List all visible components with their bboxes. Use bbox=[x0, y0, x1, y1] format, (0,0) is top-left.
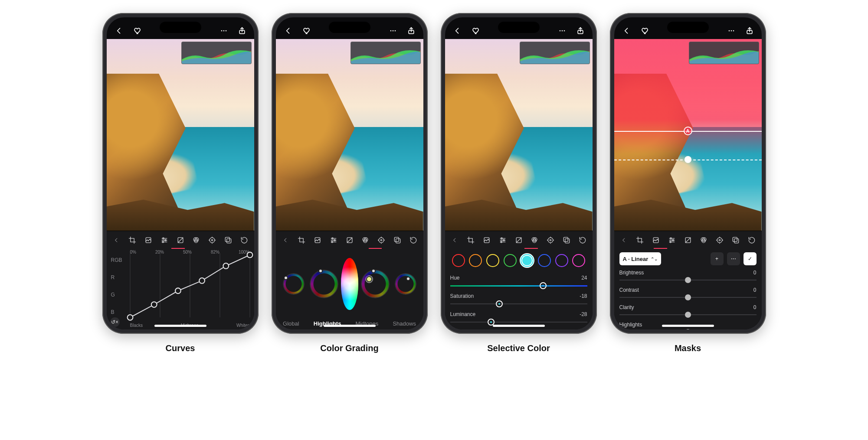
heart-icon[interactable] bbox=[471, 26, 480, 35]
channel-g[interactable]: G bbox=[111, 292, 127, 298]
curves-channel-list[interactable]: RGB R G B bbox=[111, 251, 127, 321]
sliders-icon[interactable] bbox=[496, 231, 509, 249]
home-indicator[interactable] bbox=[493, 325, 545, 327]
layers-icon[interactable] bbox=[730, 231, 742, 249]
channel-r[interactable]: R bbox=[111, 274, 127, 280]
slider-clarity[interactable] bbox=[619, 311, 757, 318]
histogram[interactable] bbox=[689, 42, 759, 64]
side-wheel-left-outer[interactable] bbox=[280, 273, 307, 295]
mask-confirm-button[interactable]: ✓ bbox=[744, 252, 757, 265]
toolstrip-collapse-icon[interactable] bbox=[279, 231, 292, 249]
photo-canvas[interactable] bbox=[107, 39, 254, 231]
side-wheel-right-outer[interactable] bbox=[392, 273, 419, 295]
color-icon[interactable] bbox=[359, 231, 372, 249]
exposure-icon[interactable] bbox=[681, 231, 694, 249]
color-swatch[interactable] bbox=[486, 254, 499, 267]
heart-icon[interactable] bbox=[302, 26, 311, 35]
gradient-badge[interactable]: A bbox=[684, 127, 692, 135]
color-swatch[interactable] bbox=[504, 254, 517, 267]
home-indicator[interactable] bbox=[324, 325, 376, 327]
preset-icon[interactable] bbox=[649, 231, 662, 249]
gradient-handle[interactable] bbox=[685, 156, 691, 163]
grading-icon[interactable] bbox=[544, 231, 557, 249]
slider-brightness[interactable] bbox=[619, 277, 757, 284]
color-wheel-main[interactable] bbox=[341, 258, 358, 310]
toolstrip-collapse-icon[interactable] bbox=[449, 231, 461, 249]
grading-icon[interactable] bbox=[375, 231, 388, 249]
more-icon[interactable] bbox=[219, 26, 228, 35]
tab-shadows[interactable]: Shadows bbox=[393, 320, 416, 327]
mask-more-button[interactable]: ⋯ bbox=[727, 252, 740, 265]
channel-rgb[interactable]: RGB bbox=[111, 257, 127, 263]
exposure-icon[interactable] bbox=[512, 231, 525, 249]
more-icon[interactable] bbox=[558, 26, 567, 35]
sliders-icon[interactable] bbox=[158, 231, 170, 249]
history-icon[interactable] bbox=[407, 231, 420, 249]
history-icon[interactable] bbox=[238, 231, 251, 249]
mask-selector-chip[interactable]: A · Linear ⌃⌄ bbox=[619, 252, 662, 265]
home-indicator[interactable] bbox=[662, 325, 714, 327]
more-icon[interactable] bbox=[727, 26, 736, 35]
slider-hue[interactable] bbox=[450, 282, 587, 290]
heart-icon[interactable] bbox=[133, 26, 141, 35]
back-icon[interactable] bbox=[115, 26, 123, 35]
layers-icon[interactable] bbox=[560, 231, 573, 249]
exposure-icon[interactable] bbox=[343, 231, 356, 249]
photo-canvas[interactable]: A bbox=[614, 39, 762, 231]
photo-canvas[interactable] bbox=[445, 39, 593, 231]
share-icon[interactable] bbox=[407, 26, 416, 35]
back-icon[interactable] bbox=[622, 26, 631, 35]
histogram[interactable] bbox=[181, 42, 252, 64]
side-wheel-left[interactable] bbox=[307, 270, 341, 298]
color-swatch[interactable] bbox=[452, 254, 465, 267]
crop-icon[interactable] bbox=[633, 231, 646, 249]
color-swatch[interactable] bbox=[555, 254, 568, 267]
color-swatch[interactable] bbox=[469, 254, 482, 267]
caption: Selective Color bbox=[487, 343, 550, 353]
side-wheel-right[interactable] bbox=[358, 270, 392, 298]
color-icon[interactable] bbox=[698, 231, 710, 249]
crop-icon[interactable] bbox=[295, 231, 308, 249]
sliders-icon[interactable] bbox=[665, 231, 678, 249]
grading-icon[interactable] bbox=[714, 231, 726, 249]
color-icon[interactable] bbox=[528, 231, 541, 249]
layers-icon[interactable] bbox=[391, 231, 404, 249]
slider-contrast[interactable] bbox=[619, 294, 757, 301]
preset-icon[interactable] bbox=[480, 231, 493, 249]
back-icon[interactable] bbox=[453, 26, 462, 35]
history-icon[interactable] bbox=[746, 231, 758, 249]
color-swatch[interactable] bbox=[521, 254, 534, 267]
share-icon[interactable] bbox=[238, 26, 246, 35]
sliders-icon[interactable] bbox=[327, 231, 340, 249]
share-icon[interactable] bbox=[745, 26, 754, 35]
share-icon[interactable] bbox=[576, 26, 585, 35]
back-icon[interactable] bbox=[284, 26, 292, 35]
color-swatch[interactable] bbox=[538, 254, 551, 267]
layers-icon[interactable] bbox=[222, 231, 235, 249]
channel-b[interactable]: B bbox=[111, 309, 127, 315]
exposure-icon[interactable] bbox=[174, 231, 187, 249]
crop-icon[interactable] bbox=[464, 231, 477, 249]
tab-global[interactable]: Global bbox=[283, 320, 299, 327]
history-icon[interactable] bbox=[576, 231, 589, 249]
curves-graph[interactable] bbox=[130, 251, 250, 319]
color-swatch[interactable] bbox=[572, 254, 585, 267]
add-mask-button[interactable]: + bbox=[711, 252, 724, 265]
grading-icon[interactable] bbox=[206, 231, 219, 249]
crop-icon[interactable] bbox=[126, 231, 138, 249]
home-indicator[interactable] bbox=[154, 325, 206, 327]
histogram[interactable] bbox=[350, 42, 421, 64]
more-icon[interactable] bbox=[389, 26, 397, 35]
heart-icon[interactable] bbox=[640, 26, 649, 35]
histogram[interactable] bbox=[520, 42, 590, 64]
preset-icon[interactable] bbox=[142, 231, 154, 249]
toolstrip-collapse-icon[interactable] bbox=[618, 231, 630, 249]
toolstrip-collapse-icon[interactable] bbox=[110, 231, 123, 249]
reset-button[interactable]: ↺× bbox=[110, 317, 120, 327]
slider-saturation[interactable] bbox=[450, 300, 587, 308]
slider-highlights[interactable] bbox=[619, 329, 757, 329]
preset-icon[interactable] bbox=[311, 231, 324, 249]
color-icon[interactable] bbox=[190, 231, 203, 249]
photo-canvas[interactable] bbox=[276, 39, 423, 231]
color-swatch-row[interactable] bbox=[450, 252, 587, 271]
